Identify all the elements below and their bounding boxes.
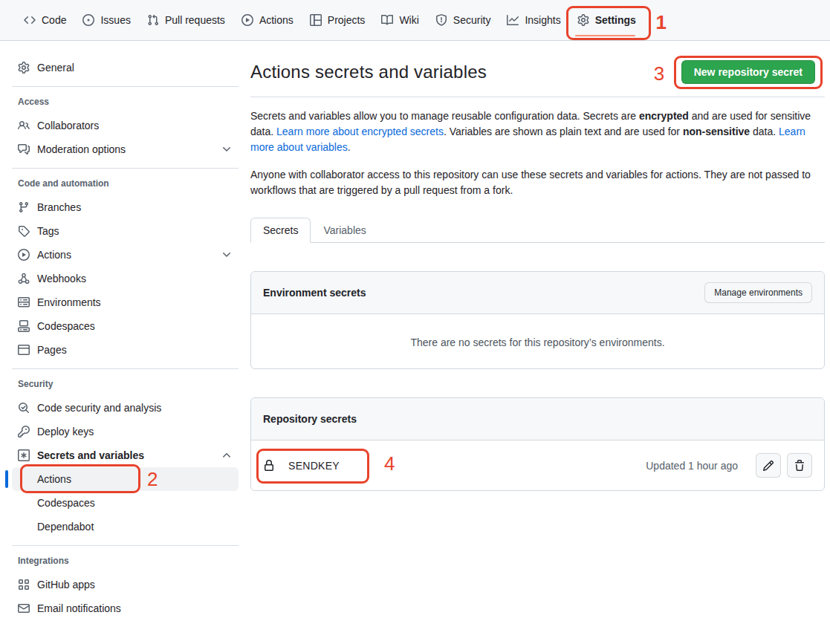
secret-name: SENDKEY [288,460,340,472]
sidebar-item-label: Secrets and variables [37,449,144,461]
sidebar-item-label: Code security and analysis [37,402,161,414]
tab-pull-requests[interactable]: Pull requests [141,8,231,32]
sidebar-divider [12,168,239,169]
tab-projects[interactable]: Projects [304,8,372,32]
tab-settings[interactable]: Settings 1 [571,8,642,32]
sidebar-item-label: Dependabot [37,521,94,533]
tab-settings-label: Settings [595,14,636,26]
sidebar-item-general[interactable]: General [12,56,239,79]
gear-icon [18,62,30,74]
secrets-variables-tabnav: Secrets Variables [250,218,825,243]
tab-insights[interactable]: Insights [501,8,566,32]
sidebar-item-email-notifications[interactable]: Email notifications [12,596,239,620]
sidebar-item-tags[interactable]: Tags [12,219,239,243]
sidebar-item-secrets-and-variables[interactable]: Secrets and variables [12,443,239,467]
sidebar-subitem-dependabot[interactable]: Dependabot [12,515,239,539]
sidebar-item-label: Environments [37,296,101,308]
server-icon [18,296,30,308]
selected-indicator-bar [5,470,8,488]
main-content: Actions secrets and variables New reposi… [250,41,830,620]
edit-secret-button[interactable] [756,453,781,478]
sidebar-item-collaborators[interactable]: Collaborators [12,114,239,137]
browser-icon [18,344,30,356]
webhook-icon [18,273,30,284]
tab-issues-label: Issues [100,14,130,26]
chevron-down-icon [221,249,233,261]
sidebar-section-integrations: Integrations [12,556,239,566]
active-tab-underline [575,35,635,36]
code-icon [24,14,36,26]
tab-actions[interactable]: Actions [236,8,299,32]
project-icon [310,14,322,26]
shield-icon [435,14,447,26]
book-icon [381,14,393,26]
sidebar-item-label: Codespaces [37,320,95,332]
sidebar-item-deploy-keys[interactable]: Deploy keys [12,420,239,443]
sidebar-item-label: GitHub apps [37,579,95,591]
sidebar-subitem-codespaces[interactable]: Codespaces [12,491,239,515]
chevron-up-icon [221,449,233,461]
sidebar-subitem-actions[interactable]: Actions 2 [12,467,239,491]
tag-icon [18,225,30,237]
git-branch-icon [18,201,30,213]
sidebar-section-code-automation: Code and automation [12,178,239,189]
sidebar-divider [12,86,239,87]
tab-projects-label: Projects [328,14,366,26]
tab-variables[interactable]: Variables [311,218,378,243]
intro-bold-encrypted: encrypted [639,110,689,122]
graph-icon [507,14,519,26]
comment-discussion-icon [18,143,30,155]
intro-bold-non-sensitive: non-sensitive [683,126,750,137]
tab-issues[interactable]: Issues [77,8,136,32]
play-icon [18,249,30,261]
tab-code[interactable]: Code [18,8,72,32]
tab-insights-label: Insights [525,14,560,26]
issue-opened-icon [82,14,94,26]
sidebar-item-label: General [37,62,74,74]
secret-name-group: SENDKEY 4 [263,460,340,472]
intro-text-segment: Secrets and variables allow you to manag… [250,110,639,122]
sidebar-item-github-apps[interactable]: GitHub apps [12,573,239,596]
settings-sidebar: General Access Collaborators Moderation … [0,41,250,620]
sidebar-section-security: Security [12,379,239,389]
codescan-icon [18,402,30,414]
sidebar-item-label: Deploy keys [37,426,94,438]
sidebar-item-actions[interactable]: Actions [12,243,239,267]
sidebar-item-label: Pages [37,344,67,356]
sidebar-item-label: Actions [37,249,71,261]
new-repository-secret-button[interactable]: New repository secret [681,60,815,84]
sidebar-item-label: Branches [37,201,81,213]
annotation-number-4: 4 [384,454,395,473]
sidebar-item-pages[interactable]: Pages [12,338,239,362]
tab-actions-label: Actions [259,14,294,26]
tab-secrets[interactable]: Secrets [250,218,311,243]
sidebar-item-moderation-options[interactable]: Moderation options [12,137,239,161]
tab-wiki[interactable]: Wiki [375,8,424,32]
tab-security[interactable]: Security [429,8,497,32]
people-icon [18,120,30,131]
annotation-number-3: 3 [654,64,664,83]
tab-pull-requests-label: Pull requests [165,14,225,26]
intro-paragraph-2: Anyone with collaborator access to this … [250,167,825,198]
manage-environments-button[interactable]: Manage environments [704,282,812,303]
chevron-down-icon [221,143,233,155]
intro-text-segment: . Variables are shown as plain text and … [444,126,683,137]
gear-icon [577,14,589,26]
sidebar-item-codespaces[interactable]: Codespaces [12,314,239,338]
sidebar-item-label: Moderation options [37,143,126,155]
sidebar-item-webhooks[interactable]: Webhooks [12,267,239,290]
repository-secrets-panel: Repository secrets SENDKEY 4 Updated 1 h… [250,397,825,491]
sidebar-item-label: Tags [37,225,59,237]
tab-wiki-label: Wiki [399,14,418,26]
sidebar-item-environments[interactable]: Environments [12,290,239,314]
tab-security-label: Security [453,14,491,26]
sidebar-item-code-security[interactable]: Code security and analysis [12,396,239,420]
sidebar-item-branches[interactable]: Branches [12,195,239,219]
annotation-number-1: 1 [655,13,666,32]
sidebar-divider [12,545,239,546]
apps-icon [18,579,30,591]
delete-secret-button[interactable] [787,453,812,478]
secret-row-sendkey: SENDKEY 4 Updated 1 hour ago [251,440,824,490]
link-learn-more-encrypted-secrets[interactable]: Learn more about encrypted secrets [276,126,444,137]
environment-secrets-title: Environment secrets [263,287,366,299]
